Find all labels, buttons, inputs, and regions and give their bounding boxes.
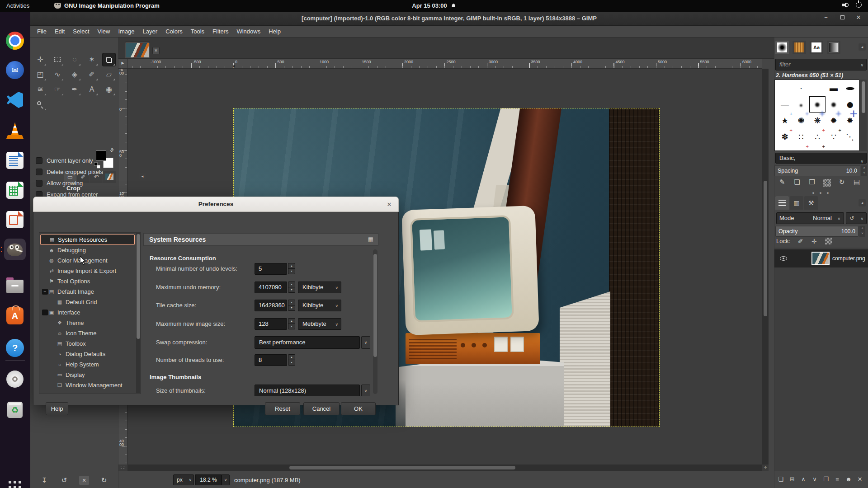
color-picker-tool[interactable]: ◉ [102,83,116,96]
brush-item[interactable]: ∷+ [793,129,809,145]
brush-item[interactable]: ◍ [793,145,809,151]
sidebar-item-default-image[interactable]: −▤Default Image [40,286,135,297]
duplicate-layer-icon[interactable]: ❐ [821,475,830,484]
smudge-tool[interactable]: ☞ [51,83,64,96]
sidebar-item-toolbox[interactable]: ▤Toolbox [40,338,135,349]
brush-item[interactable]: ∴+ [809,129,826,145]
spin-down-icon[interactable]: ▾ [288,324,295,329]
spin-down-icon[interactable]: ▾ [288,305,295,311]
tree-expander-icon[interactable]: − [42,310,48,315]
spin-down-icon[interactable]: ▾ [288,287,295,293]
menu-select[interactable]: Select [69,27,93,36]
dock-item-libreoffice-writer[interactable] [4,150,26,171]
quick-mask-toggle[interactable] [118,465,127,471]
open-brush-as-image-icon[interactable]: ▤ [852,177,862,187]
warp-transform-tool[interactable]: ∿ [51,68,64,81]
dialog-title-bar[interactable]: Preferences ✕ [33,197,399,212]
sidebar-scrollbar[interactable] [136,233,141,393]
brush-item[interactable]: ●+ [826,96,842,113]
tab-fonts[interactable]: Aa [810,41,823,54]
ruler-origin-button[interactable]: ▶ [118,59,127,69]
text-tool[interactable]: A [85,83,99,96]
brush-item[interactable]: —+ [777,96,793,113]
spinner-buttons[interactable]: ▴▾ [288,282,295,293]
help-button[interactable]: Help [46,402,68,415]
dialog-close-icon[interactable]: ✕ [385,200,394,209]
checkbox-allow-growing[interactable]: Allow growing [36,178,83,188]
unit-dropdown[interactable]: Kibibyte∨ [298,282,341,293]
move-tool[interactable]: ✛ [33,53,47,66]
sidebar-item-interface[interactable]: −▣Interface [40,307,135,318]
bucket-fill-tool[interactable]: ◈ [68,68,81,81]
spinner-buttons[interactable]: ▴▾ [288,318,295,330]
paintbrush-tool[interactable]: ✐ [85,68,99,81]
opacity-spinner[interactable]: ˄˅ [859,226,865,237]
save-tool-preset-icon[interactable]: ↧ [39,476,49,485]
brush-item[interactable]: ❋+ [809,113,826,129]
canvas-vertical-scrollbar[interactable] [762,69,769,465]
thumbnail-size-dropdown[interactable]: Normal (128x128) [255,385,360,396]
ink-tool[interactable]: ✒ [68,83,81,96]
lock-paint-icon[interactable]: ✐ [798,238,803,245]
tab-layers[interactable] [775,196,789,210]
image-tab[interactable] [125,42,150,58]
sidebar-item-window-management[interactable]: ❏Window Management [40,380,135,390]
layer-mask-icon[interactable]: ☻ [844,475,853,484]
menu-layer[interactable]: Layer [139,27,162,36]
focused-app-indicator[interactable]: GNU Image Manipulation Program [54,2,160,9]
airbrush-tool[interactable]: ≋ [33,83,47,96]
brush-item[interactable] [777,80,793,96]
brush-item[interactable]: ∵ [826,129,842,145]
clock-menu[interactable]: Apr 15 03:00 [412,2,456,9]
dock-item-help-viewer[interactable]: ? [4,337,26,359]
checkbox-box[interactable] [36,180,42,187]
value-field[interactable]: 8 [255,354,287,366]
spinner-buttons[interactable]: ▴▾ [288,263,295,275]
dock-item-trash[interactable]: ♻ [4,399,26,421]
collapse-panel-icon[interactable]: ◂ [859,43,866,51]
free-select-tool[interactable]: ◌ [68,53,81,66]
duplicate-brush-icon[interactable]: ❐ [807,177,817,187]
layer-visibility-eye-icon[interactable] [780,256,787,261]
sidebar-item-system-resources[interactable]: ▦System Resources [40,235,135,245]
ok-button[interactable]: OK [341,402,376,415]
spinner-buttons[interactable]: ▴▾ [288,354,295,366]
layer-mode-reset-button[interactable]: ↺∨ [846,212,867,224]
menu-tools[interactable]: Tools [187,27,208,36]
brush-item[interactable]: ◍ [842,145,858,151]
unit-dropdown[interactable]: px∨ [173,474,194,485]
value-field[interactable]: 128 [255,318,287,330]
eraser-tool[interactable]: ▱ [102,68,116,81]
gimp-title-bar[interactable]: [computer] (imported)-1.0 (RGB color 8-b… [30,12,868,26]
value-field[interactable]: 5 [255,263,287,275]
image-tab-close-button[interactable]: ✕ [152,47,160,54]
fuzzy-select-tool[interactable]: ✶ [85,53,99,66]
spin-down-icon[interactable]: ▾ [288,268,295,274]
brush-item[interactable]: ★+ [777,113,793,129]
new-layer-group-icon[interactable]: ⊞ [788,475,797,484]
tab-paths[interactable]: ⚒ [804,196,818,210]
brush-item[interactable]: ●+ [842,96,858,113]
brush-item[interactable]: ● [842,80,858,96]
zoom-level-field[interactable]: 18.2 % [195,474,222,485]
spinner-buttons[interactable]: ▴▾ [288,300,295,311]
tab-brushes[interactable] [775,41,789,54]
checkbox-current-layer-only[interactable]: Current layer only [36,156,93,165]
checkbox-box[interactable] [36,157,42,164]
sidebar-item-debugging[interactable]: ☻Debugging [40,245,135,255]
dock-item-ubuntu-software[interactable]: A [4,305,26,327]
transform-tool[interactable]: ◰ [33,68,47,81]
lock-alpha-icon[interactable] [825,238,832,246]
brush-item[interactable]: ✺ [793,113,809,129]
brush-set-dropdown[interactable]: Basic,∨ [775,153,867,164]
menu-view[interactable]: View [94,27,114,36]
delete-tool-preset-icon[interactable]: ✕ [79,476,89,485]
brush-item[interactable]: ⋱ [842,129,858,145]
brush-spacing-slider[interactable]: Spacing 10.0 [774,165,860,176]
cancel-button[interactable]: Cancel [303,402,340,415]
dock-item-cd-rom[interactable] [4,368,26,390]
spacing-spinner[interactable]: ˄˅ [861,165,867,176]
brush-item[interactable]: ●+ [793,96,809,113]
tree-expander-icon[interactable]: − [42,289,48,295]
checkbox-delete-cropped-pixels[interactable]: Delete cropped pixels [36,167,103,176]
